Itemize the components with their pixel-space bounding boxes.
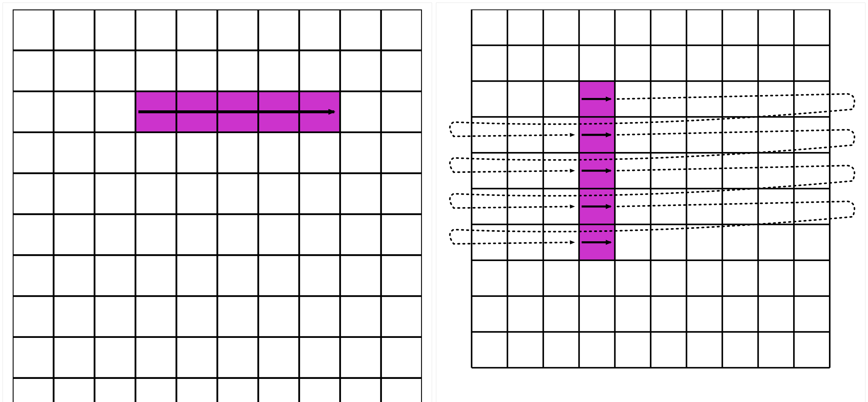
grid-lines xyxy=(13,9,422,402)
figure-4-panel: Figure 4: Reading part of a column from … xyxy=(436,3,865,402)
figure-3-svg xyxy=(13,9,422,402)
figure-4-svg xyxy=(446,9,855,378)
grid-lines xyxy=(472,9,830,368)
figure-3-image xyxy=(3,3,432,402)
figure-3-panel: Figure 3: Reading part of a row from a c… xyxy=(3,3,432,402)
figures-container: Figure 3: Reading part of a row from a c… xyxy=(0,0,868,402)
figure-4-image xyxy=(436,3,865,402)
